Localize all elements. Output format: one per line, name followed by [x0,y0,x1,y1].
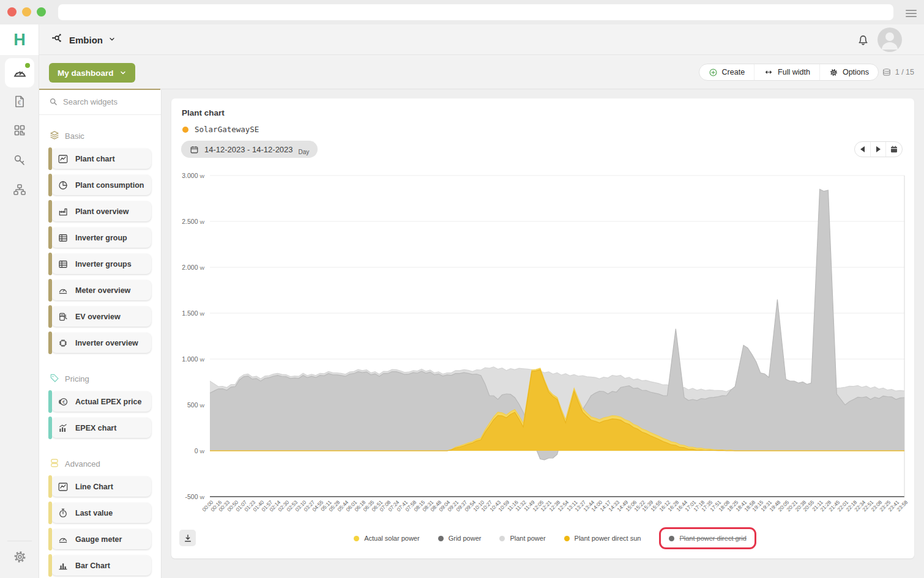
section-header-pricing: Pricing [49,372,152,385]
date-navigation [854,141,903,157]
widget-card-line-chart[interactable]: Line Chart [51,476,151,497]
annotation-highlight-box: Plant power direct grid [659,527,756,549]
date-granularity: Day [299,149,310,155]
device-legend: SolarGatewaySE [182,125,259,134]
epex-chart-icon [58,423,69,434]
legend-item-plant-power-direct-grid[interactable]: Plant power direct grid [669,535,746,542]
app-header: H Embion [0,24,924,55]
stack-icon [49,458,60,470]
dashboard-selector-button[interactable]: My dashboard [49,63,135,83]
legend-dot [564,536,570,541]
widget-card-last-value[interactable]: Last value [51,503,151,523]
options-button[interactable]: Options [819,64,878,80]
previous-period-button[interactable] [855,142,870,157]
window-close-button[interactable] [7,7,17,17]
notifications-bell-icon[interactable] [856,32,870,49]
organization-switcher[interactable]: Embion [50,24,116,55]
ev-charger-icon [58,311,69,322]
y-axis-tick: -500 W [174,493,204,500]
widget-card-label: Plant overview [75,207,129,216]
widget-card-inverter-groups[interactable]: Inverter groups [51,254,151,274]
widget-card-plant-chart[interactable]: Plant chart [51,149,151,169]
legend-label: Plant power direct grid [679,535,746,542]
widget-card-label: EPEX chart [75,424,116,432]
browser-menu-icon[interactable] [906,8,917,19]
active-status-dot [25,63,30,68]
search-input[interactable] [63,97,149,106]
chevron-left-icon [860,146,865,152]
chevron-down-icon [108,34,116,45]
widget-card-label: Inverter groups [75,260,132,269]
section-header-advanced: Advanced [49,458,152,470]
download-icon [183,533,193,543]
widget-card-bar-chart[interactable]: Bar Chart [51,555,151,576]
gear-icon [12,549,28,565]
calendar-button[interactable] [885,142,902,157]
download-chart-button[interactable] [179,530,196,546]
widget-card-label: Inverter overview [75,339,138,347]
device-name: SolarGatewaySE [195,125,259,134]
widget-card-gauge-meter[interactable]: Gauge meter [51,529,151,549]
widget-card-epex-chart[interactable]: EPEX chart [51,418,151,438]
widget-card-ev-overview[interactable]: EV overview [51,306,151,327]
rail-item-widgets[interactable] [0,118,39,143]
legend-item-plant-power-direct-sun[interactable]: Plant power direct sun [564,535,641,542]
rail-item-settings[interactable] [0,544,39,569]
card-accent [48,174,52,196]
rail-item-billing[interactable]: € [0,89,39,114]
address-bar[interactable] [58,4,893,20]
x-axis-labels: 00:0000:1600:3300:5001:0701:2301:4001:57… [210,499,904,524]
card-accent [48,502,52,524]
invoice-euro-icon: € [12,94,27,109]
hub-icon [50,32,64,48]
rail-item-hierarchy[interactable] [0,177,39,202]
widget-card-plant-overview[interactable]: Plant overview [51,201,151,221]
rail-item-access-keys[interactable] [0,148,39,172]
table-icon [58,259,69,270]
widget-card-actual-epex-price[interactable]: € Actual EPEX price [51,391,151,412]
card-accent [48,226,52,249]
card-accent [48,332,52,354]
widget-card-plant-consumption[interactable]: Plant consumption [51,175,151,195]
chevron-down-icon [119,69,127,76]
legend-label: Grid power [449,535,482,542]
legend-item-actual-solar-power[interactable]: Actual solar power [354,535,420,542]
browser-chrome [0,0,924,24]
widget-card-label: Gauge meter [75,535,122,544]
create-button[interactable]: Create [699,64,754,80]
legend-label: Plant power direct sun [575,535,641,542]
gear-icon [829,68,838,77]
legend-item-plant-power[interactable]: Plant power [499,535,545,542]
full-width-button[interactable]: Full width [754,64,819,80]
meter-icon [58,285,69,296]
date-range-picker[interactable]: 14-12-2023 - 14-12-2023 Day [181,141,318,158]
card-accent [48,554,52,577]
user-avatar[interactable] [877,28,902,52]
window-zoom-button[interactable] [37,7,46,17]
app-logo[interactable]: H [0,24,39,55]
widget-card-meter-overview[interactable]: Meter overview [51,280,151,300]
calendar-icon [890,145,898,154]
table-icon [58,232,69,243]
inverter-chip-icon [58,338,69,349]
widget-card-inverter-overview[interactable]: Inverter overview [51,333,151,353]
widget-card-label: EV overview [75,313,121,321]
line-chart-icon [58,154,69,165]
rail-item-dashboard[interactable] [5,58,34,87]
legend-item-grid-power[interactable]: Grid power [438,535,482,542]
organization-name: Embion [69,35,103,45]
widget-card-label: Inverter group [75,234,127,242]
dashboard-pager[interactable]: 1 / 15 [882,64,914,81]
stopwatch-icon [58,508,69,519]
svg-text:€: € [62,399,65,404]
next-period-button[interactable] [870,142,885,157]
y-axis-tick: 1.000 W [174,355,204,363]
widget-library-panel: Basic Plant chart Plant consumption Plan… [39,89,162,578]
window-minimize-button[interactable] [22,7,31,17]
widget-card-inverter-group[interactable]: Inverter group [51,228,151,248]
bar-chart-icon [58,560,69,571]
coins-euro-icon: € [58,396,69,407]
logo-letter: H [13,31,25,50]
chart-plot-area [210,176,904,497]
arrows-horizontal-icon [764,68,773,76]
